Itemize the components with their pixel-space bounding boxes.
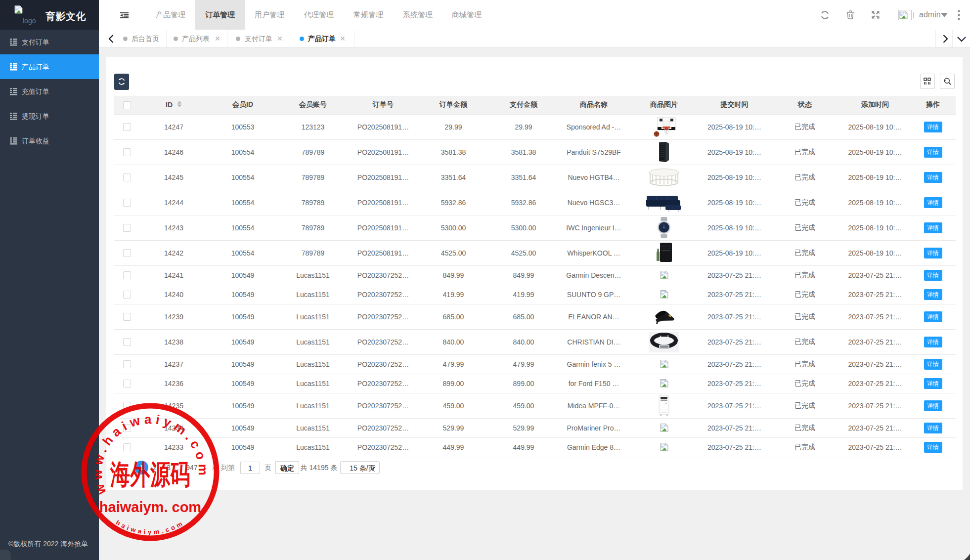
svg-text:haiwaiym. com: haiwaiym. com: [99, 499, 201, 515]
svg-text:haiwaiym.com: haiwaiym.com: [115, 518, 186, 536]
